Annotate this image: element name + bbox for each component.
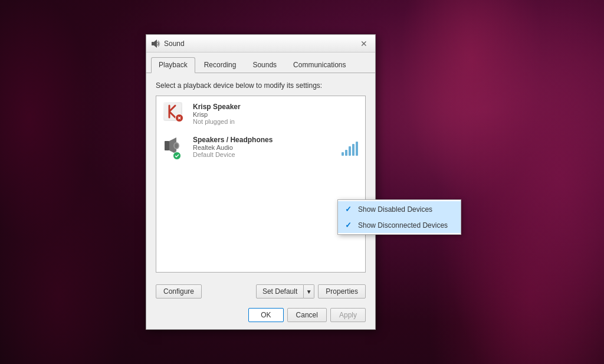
context-menu-label: Show Disconnected Devices	[358, 221, 448, 229]
vol-bar-1	[342, 152, 344, 156]
sound-icon	[151, 39, 160, 48]
apply-button[interactable]: Apply	[330, 308, 366, 322]
vol-bar-3	[349, 146, 351, 156]
device-brand: Krisp	[193, 111, 358, 118]
vol-bar-5	[356, 142, 358, 156]
device-icon-speakers	[163, 135, 187, 159]
device-status: Not plugged in	[193, 118, 358, 125]
ok-button[interactable]: OK	[248, 308, 283, 322]
dialog-title: Sound	[164, 40, 357, 48]
list-item[interactable]: Krisp Speaker Krisp Not plugged in	[157, 97, 364, 130]
check-icon: ✓	[345, 221, 353, 229]
vol-bar-2	[345, 150, 347, 156]
properties-button[interactable]: Properties	[318, 284, 366, 299]
svg-rect-5	[165, 141, 169, 150]
cancel-button[interactable]: Cancel	[287, 308, 327, 322]
device-name: Krisp Speaker	[193, 103, 358, 111]
context-menu-item-show-disabled[interactable]: ✓ Show Disabled Devices	[338, 201, 461, 217]
check-icon: ✓	[345, 205, 353, 214]
tab-sounds[interactable]: Sounds	[245, 57, 284, 73]
set-default-dropdown[interactable]: ▼	[304, 284, 314, 299]
sound-dialog: Sound ✕ Playback Recording Sounds Commun…	[146, 34, 376, 330]
svg-rect-0	[152, 42, 154, 45]
svg-marker-1	[154, 40, 157, 48]
device-status: Default Device	[193, 151, 342, 158]
configure-button[interactable]: Configure	[156, 284, 202, 299]
bottom-buttons: Configure Set Default ▼ Properties	[146, 278, 375, 304]
footer-buttons: OK Cancel Apply	[146, 304, 375, 329]
red-badge	[175, 114, 183, 122]
instruction-text: Select a playback device below to modify…	[156, 81, 366, 90]
svg-point-7	[175, 143, 178, 148]
dialog-content: Select a playback device below to modify…	[146, 73, 375, 278]
list-item[interactable]: Speakers / Headphones Realtek Audio Defa…	[157, 130, 364, 163]
context-menu-label: Show Disabled Devices	[358, 205, 432, 214]
green-badge	[173, 152, 181, 160]
volume-bars	[342, 138, 358, 156]
close-button[interactable]: ✕	[357, 37, 370, 50]
tab-communications[interactable]: Communications	[285, 57, 353, 73]
tab-recording[interactable]: Recording	[196, 57, 244, 73]
set-default-wrap: Set Default ▼	[256, 284, 314, 299]
device-brand: Realtek Audio	[193, 144, 342, 151]
vol-bar-4	[352, 144, 354, 156]
device-name: Speakers / Headphones	[193, 136, 342, 144]
context-menu-item-show-disconnected[interactable]: ✓ Show Disconnected Devices	[338, 217, 461, 233]
context-menu: ✓ Show Disabled Devices ✓ Show Disconnec…	[337, 199, 461, 235]
title-bar: Sound ✕	[146, 35, 375, 53]
dropdown-arrow: ▼	[306, 288, 312, 295]
tab-bar: Playback Recording Sounds Communications	[146, 53, 375, 73]
device-info-speakers: Speakers / Headphones Realtek Audio Defa…	[193, 136, 342, 158]
tab-playback[interactable]: Playback	[151, 57, 195, 73]
set-default-button[interactable]: Set Default	[256, 284, 304, 299]
device-list: Krisp Speaker Krisp Not plugged in	[156, 96, 366, 273]
device-icon-krisp	[163, 102, 187, 126]
device-info-krisp: Krisp Speaker Krisp Not plugged in	[193, 103, 358, 125]
